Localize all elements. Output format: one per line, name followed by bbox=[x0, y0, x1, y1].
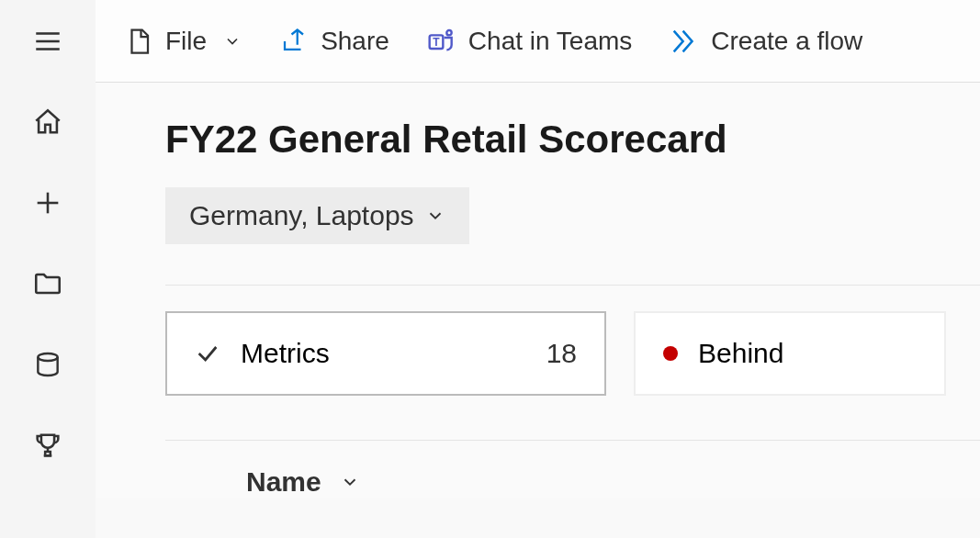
metrics-count: 18 bbox=[546, 338, 577, 369]
hamburger-icon[interactable] bbox=[30, 24, 65, 59]
chevron-down-icon bbox=[340, 472, 360, 492]
svg-point-8 bbox=[446, 30, 451, 35]
share-label: Share bbox=[321, 27, 389, 56]
metrics-label: Metrics bbox=[241, 338, 330, 369]
data-icon[interactable] bbox=[30, 347, 65, 382]
share-button[interactable]: Share bbox=[278, 26, 389, 57]
share-icon bbox=[278, 26, 310, 57]
content-area: FY22 General Retail Scorecard Germany, L… bbox=[96, 83, 980, 498]
chevron-down-icon bbox=[425, 206, 445, 226]
chevron-down-icon bbox=[223, 32, 242, 50]
checkmark-icon bbox=[195, 341, 220, 366]
file-icon bbox=[123, 26, 154, 57]
create-flow-button[interactable]: Create a flow bbox=[669, 26, 862, 57]
column-name-header[interactable]: Name bbox=[246, 466, 360, 498]
filter-label: Germany, Laptops bbox=[189, 200, 414, 231]
status-dot-red bbox=[663, 346, 678, 361]
flow-icon bbox=[669, 26, 700, 57]
teams-icon: T bbox=[426, 26, 457, 57]
svg-text:T: T bbox=[433, 35, 440, 48]
page-title: FY22 General Retail Scorecard bbox=[165, 118, 980, 162]
chat-teams-button[interactable]: T Chat in Teams bbox=[426, 26, 632, 57]
behind-card[interactable]: Behind bbox=[634, 311, 946, 396]
folder-icon[interactable] bbox=[30, 266, 65, 301]
main-area: File Share T Chat in Teams Create a flow… bbox=[96, 0, 980, 538]
metrics-card[interactable]: Metrics 18 bbox=[165, 311, 606, 396]
slicer-filter[interactable]: Germany, Laptops bbox=[165, 187, 469, 244]
table-header-row: Name bbox=[165, 440, 980, 498]
left-nav-rail bbox=[0, 0, 96, 538]
behind-label: Behind bbox=[698, 338, 783, 369]
plus-icon[interactable] bbox=[30, 185, 65, 220]
svg-point-5 bbox=[38, 353, 57, 361]
flow-label: Create a flow bbox=[711, 27, 862, 56]
file-menu[interactable]: File bbox=[123, 26, 242, 57]
chat-label: Chat in Teams bbox=[468, 27, 632, 56]
summary-cards: Metrics 18 Behind bbox=[165, 285, 980, 396]
home-icon[interactable] bbox=[30, 105, 65, 140]
trophy-icon[interactable] bbox=[30, 428, 65, 463]
column-name-label: Name bbox=[246, 466, 321, 498]
top-toolbar: File Share T Chat in Teams Create a flow bbox=[96, 0, 980, 83]
file-label: File bbox=[165, 27, 207, 56]
